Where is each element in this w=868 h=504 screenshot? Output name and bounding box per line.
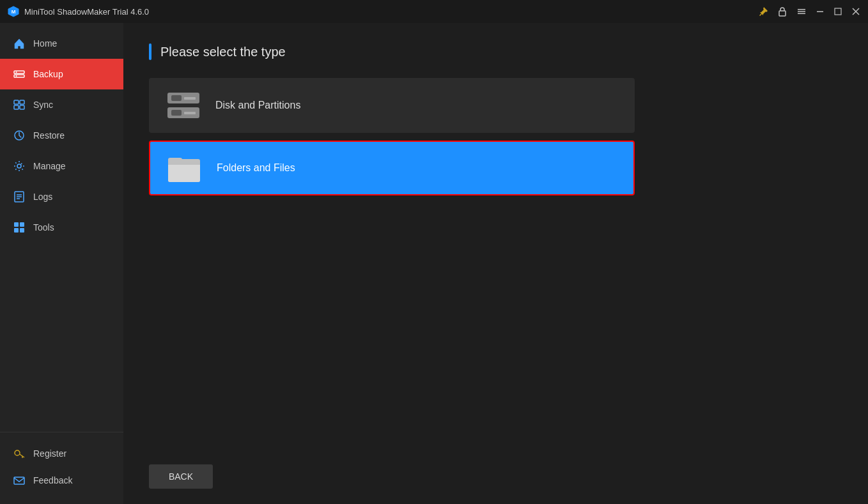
- lock-icon[interactable]: [777, 6, 787, 17]
- mail-icon: [13, 474, 26, 487]
- tools-icon: [13, 221, 26, 234]
- svg-rect-7: [835, 8, 841, 15]
- close-button[interactable]: [851, 7, 860, 16]
- sidebar-item-label-register: Register: [33, 448, 66, 459]
- titlebar-controls: [758, 6, 860, 17]
- sidebar-item-label-restore: Restore: [33, 130, 65, 141]
- sidebar-item-feedback[interactable]: Feedback: [0, 467, 123, 494]
- backup-icon: [13, 68, 26, 80]
- sidebar-item-label-manage: Manage: [33, 161, 66, 171]
- svg-rect-11: [14, 75, 24, 77]
- sidebar-item-backup[interactable]: Backup: [0, 59, 123, 89]
- sidebar-item-restore[interactable]: Restore: [0, 120, 123, 151]
- disk-partitions-icon: [167, 91, 200, 119]
- home-icon: [13, 37, 26, 50]
- svg-rect-15: [20, 100, 24, 104]
- sidebar: Home Backup: [0, 23, 123, 504]
- sync-icon: [13, 98, 26, 111]
- svg-rect-25: [20, 222, 24, 227]
- svg-point-12: [16, 72, 17, 73]
- svg-rect-3: [798, 9, 805, 10]
- restore-icon: [13, 129, 26, 142]
- svg-point-28: [15, 450, 20, 455]
- disk-partitions-label: Disk and Partitions: [215, 100, 300, 111]
- sidebar-item-label-logs: Logs: [33, 192, 52, 202]
- svg-rect-5: [798, 13, 805, 15]
- main-content: Please select the type Disk and Partitio…: [123, 23, 868, 504]
- folders-files-option[interactable]: Folders and Files: [149, 141, 635, 195]
- sidebar-footer: Register Feedback: [0, 432, 123, 504]
- page-title-accent: [149, 43, 151, 60]
- sidebar-nav: Home Backup: [0, 23, 123, 432]
- svg-text:M: M: [12, 9, 16, 15]
- menu-icon[interactable]: [796, 6, 807, 17]
- disk-partitions-option[interactable]: Disk and Partitions: [149, 78, 635, 133]
- sidebar-item-label-sync: Sync: [33, 100, 53, 110]
- page-title: Please select the type: [160, 45, 286, 59]
- sidebar-item-label-feedback: Feedback: [33, 475, 72, 485]
- sidebar-item-tools[interactable]: Tools: [0, 212, 123, 243]
- app-title: MiniTool ShadowMaker Trial 4.6.0: [24, 7, 149, 17]
- key-icon: [13, 447, 26, 460]
- sidebar-item-sync[interactable]: Sync: [0, 89, 123, 120]
- svg-rect-16: [14, 105, 19, 109]
- sidebar-item-manage[interactable]: Manage: [0, 151, 123, 181]
- titlebar-left: M MiniTool ShadowMaker Trial 4.6.0: [8, 6, 149, 17]
- minimize-button[interactable]: [816, 7, 825, 16]
- sidebar-item-label-backup: Backup: [33, 69, 63, 79]
- svg-rect-10: [14, 71, 24, 73]
- sidebar-item-home[interactable]: Home: [0, 28, 123, 59]
- svg-rect-6: [817, 11, 823, 13]
- titlebar: M MiniTool ShadowMaker Trial 4.6.0: [0, 0, 868, 23]
- svg-rect-14: [14, 100, 19, 104]
- sidebar-item-logs[interactable]: Logs: [0, 181, 123, 212]
- manage-icon: [13, 160, 26, 172]
- svg-point-13: [16, 75, 17, 77]
- svg-rect-24: [14, 222, 19, 227]
- back-button[interactable]: BACK: [149, 464, 213, 489]
- options-container: Disk and Partitions Folders and Files: [149, 78, 635, 203]
- folder-files-icon: [168, 154, 201, 182]
- app-logo-icon: M: [8, 6, 19, 17]
- svg-rect-27: [20, 228, 24, 233]
- sidebar-item-label-tools: Tools: [33, 222, 54, 233]
- app-body: Home Backup: [0, 23, 868, 504]
- pin-icon[interactable]: [758, 6, 768, 17]
- maximize-button[interactable]: [833, 7, 842, 16]
- svg-rect-2: [779, 11, 786, 16]
- svg-point-19: [17, 164, 21, 168]
- sidebar-item-register[interactable]: Register: [0, 440, 123, 467]
- folders-files-label: Folders and Files: [217, 162, 295, 174]
- logs-icon: [13, 190, 26, 203]
- page-title-wrapper: Please select the type: [149, 43, 842, 60]
- svg-rect-17: [20, 105, 24, 109]
- sidebar-item-label-home: Home: [33, 38, 57, 49]
- svg-rect-4: [798, 11, 805, 12]
- svg-rect-31: [14, 477, 24, 484]
- svg-rect-26: [14, 228, 19, 233]
